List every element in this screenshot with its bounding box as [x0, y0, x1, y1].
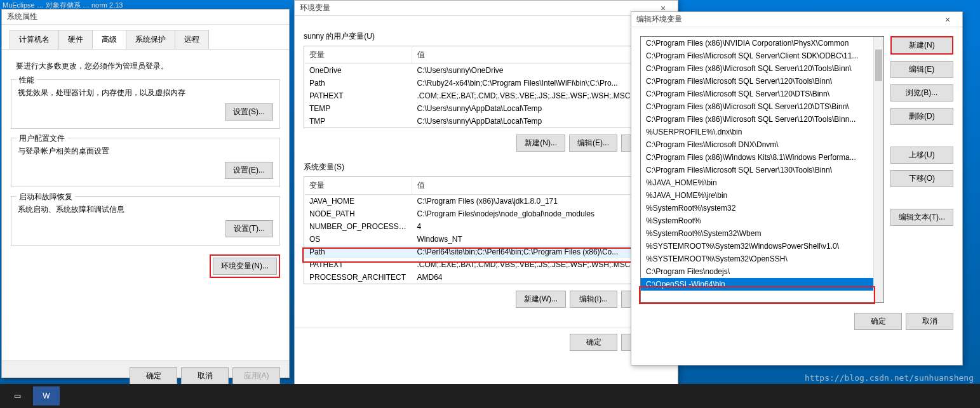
list-item[interactable]: %SystemRoot%\system32	[641, 202, 883, 214]
edit-ok-button[interactable]: 确定	[854, 313, 902, 330]
sysprop-titlebar: 系统属性	[2, 10, 289, 25]
list-item[interactable]: C:\Program Files\Microsoft SQL Server\12…	[641, 75, 883, 88]
sys-new-button[interactable]: 新建(W)...	[516, 291, 566, 308]
user-profiles-settings-button[interactable]: 设置(E)...	[225, 162, 273, 179]
performance-label: 性能	[17, 75, 37, 86]
startup-group: 启动和故障恢复 系统启动、系统故障和调试信息 设置(T)...	[11, 196, 280, 246]
new-button[interactable]: 新建(N)	[890, 36, 953, 55]
performance-text: 视觉效果，处理器计划，内存使用，以及虚拟内存	[18, 88, 273, 98]
list-item[interactable]: C:\Program Files\Microsoft SQL Server\12…	[641, 88, 883, 100]
cell-name: PATHEXT	[304, 258, 412, 271]
performance-settings-button[interactable]: 设置(S)...	[225, 103, 273, 121]
close-icon[interactable]: ×	[938, 15, 957, 25]
cell-value: C:\Users\sunny\AppData\Local\Temp	[412, 102, 669, 115]
taskbar-icon[interactable]: ▭	[4, 386, 30, 405]
table-row[interactable]: TEMPC:\Users\sunny\AppData\Local\Temp	[304, 102, 669, 115]
table-row[interactable]: NUMBER_OF_PROCESSORS4	[304, 220, 669, 233]
user-new-button[interactable]: 新建(N)...	[516, 135, 565, 152]
list-item[interactable]: %JAVA_HOME%\bin	[641, 176, 883, 189]
browse-button[interactable]: 浏览(B)...	[890, 84, 953, 102]
edit-text-button[interactable]: 编辑文本(T)...	[890, 209, 953, 226]
cell-value: AMD64	[412, 271, 669, 284]
sysprop-apply-button[interactable]: 应用(A)	[232, 367, 280, 385]
list-item[interactable]: %SYSTEMROOT%\System32\OpenSSH\	[641, 253, 883, 265]
edit-cancel-button[interactable]: 取消	[906, 313, 953, 330]
list-item[interactable]: C:\Program Files (x86)\Microsoft SQL Ser…	[641, 100, 883, 113]
table-row[interactable]: PROCESSOR_ARCHITECTAMD64	[304, 271, 669, 284]
edit-titlebar: 编辑环境变量 ×	[631, 12, 962, 27]
sysprop-title: 系统属性	[7, 11, 37, 22]
list-item[interactable]: C:\OpenSSL-Win64\bin	[641, 278, 883, 291]
cell-name: NUMBER_OF_PROCESSORS	[304, 220, 412, 233]
system-vars-table[interactable]: 变量值 JAVA_HOMEC:\Program Files (x86)\Java…	[304, 176, 669, 284]
cell-name: OneDrive	[304, 64, 412, 77]
table-row[interactable]: NODE_PATHC:\Program Files\nodejs\node_gl…	[304, 207, 669, 220]
taskbar-icon-word[interactable]: W	[33, 386, 60, 405]
edit-button[interactable]: 编辑(E)	[890, 61, 953, 78]
tab-system-protection[interactable]: 系统保护	[126, 30, 175, 49]
list-item[interactable]: %USERPROFILE%\.dnx\bin	[641, 126, 883, 138]
tab-advanced[interactable]: 高级	[92, 30, 126, 49]
col-name-sys[interactable]: 变量	[304, 177, 412, 195]
user-vars-table[interactable]: 变量值 OneDriveC:\Users\sunny\OneDrivePathC…	[304, 46, 669, 128]
edit-title: 编辑环境变量	[636, 14, 682, 25]
list-item[interactable]: %SystemRoot%\System32\Wbem	[641, 227, 883, 240]
cell-value: C:\Users\sunny\OneDrive	[412, 64, 669, 77]
list-item[interactable]: C:\Program Files\Microsoft SQL Server\13…	[641, 164, 883, 176]
scrollbar-thumb[interactable]	[875, 49, 882, 81]
user-edit-button[interactable]: 编辑(E)...	[569, 135, 617, 152]
scrollbar[interactable]	[873, 37, 883, 302]
sys-edit-button[interactable]: 编辑(I)...	[570, 291, 617, 308]
startup-settings-button[interactable]: 设置(T)...	[225, 220, 273, 237]
move-up-button[interactable]: 上移(U)	[890, 147, 953, 164]
startup-text: 系统启动、系统故障和调试信息	[18, 204, 273, 215]
table-row[interactable]: TMPC:\Users\sunny\AppData\Local\Temp	[304, 115, 669, 128]
table-row[interactable]: PathC:\Perl64\site\bin;C:\Perl64\bin;C:\…	[304, 246, 669, 258]
cell-value: .COM;.EXE;.BAT;.CMD;.VBS;.VBE;.JS;.JSE;.…	[412, 258, 669, 271]
system-properties-window: 系统属性 计算机名 硬件 高级 系统保护 远程 要进行大多数更改，您必须作为管理…	[1, 9, 290, 378]
cell-value: C:\Program Files (x86)\Java\jdk1.8.0_171	[412, 195, 669, 208]
sysprop-cancel-button[interactable]: 取消	[181, 367, 229, 385]
col-value-sys[interactable]: 值	[412, 177, 669, 195]
cell-value: .COM;.EXE;.BAT;.CMD;.VBS;.VBE;.JS;.JSE;.…	[412, 89, 669, 102]
list-item[interactable]: %JAVA_HOME%\jre\bin	[641, 189, 883, 202]
environment-variables-button[interactable]: 环境变量(N)...	[213, 258, 277, 275]
table-row[interactable]: OneDriveC:\Users\sunny\OneDrive	[304, 64, 669, 77]
list-item[interactable]: C:\Program Files (x86)\Microsoft SQL Ser…	[641, 113, 883, 126]
env-vars-window: 环境变量 × sunny 的用户变量(U) 变量值 OneDriveC:\Use…	[294, 0, 678, 406]
env-ok-button[interactable]: 确定	[570, 334, 617, 351]
tab-computer-name[interactable]: 计算机名	[10, 30, 59, 49]
list-item[interactable]: C:\Program Files (x86)\Microsoft SQL Ser…	[641, 62, 883, 75]
taskbar[interactable]: ▭ W	[0, 384, 980, 408]
move-down-button[interactable]: 下移(O)	[890, 170, 953, 187]
table-row[interactable]: PATHEXT.COM;.EXE;.BAT;.CMD;.VBS;.VBE;.JS…	[304, 258, 669, 271]
tab-remote[interactable]: 远程	[175, 30, 209, 49]
system-vars-label: 系统变量(S)	[304, 162, 669, 173]
env-buttons: 确定 取消	[295, 327, 678, 357]
tab-hardware[interactable]: 硬件	[58, 30, 93, 49]
table-row[interactable]: PathC:\Ruby24-x64\bin;C:\Program Files\I…	[304, 77, 669, 89]
cell-value: C:\Users\sunny\AppData\Local\Temp	[412, 115, 669, 128]
list-item[interactable]: C:\Program Files\Microsoft DNX\Dnvm\	[641, 138, 883, 151]
cell-name: PATHEXT	[304, 89, 412, 102]
edit-env-var-window: 编辑环境变量 × C:\Program Files (x86)\NVIDIA C…	[631, 11, 963, 365]
list-item[interactable]: %SystemRoot%	[641, 214, 883, 227]
table-row[interactable]: PATHEXT.COM;.EXE;.BAT;.CMD;.VBS;.VBE;.JS…	[304, 89, 669, 102]
cell-name: Path	[304, 77, 412, 89]
cell-value: C:\Program Files\nodejs\node_global\node…	[412, 207, 669, 220]
cell-name: NODE_PATH	[304, 207, 412, 220]
cell-value: C:\Perl64\site\bin;C:\Perl64\bin;C:\Prog…	[412, 246, 669, 258]
delete-button[interactable]: 删除(D)	[890, 108, 953, 125]
path-entries-list[interactable]: C:\Program Files (x86)\NVIDIA Corporatio…	[640, 36, 884, 303]
table-row[interactable]: JAVA_HOMEC:\Program Files (x86)\Java\jdk…	[304, 195, 669, 208]
list-item[interactable]: C:\Program Files (x86)\NVIDIA Corporatio…	[641, 37, 883, 49]
list-item[interactable]: C:\Program Files\nodejs\	[641, 265, 883, 278]
list-item[interactable]: C:\Program Files\Microsoft SQL Server\Cl…	[641, 49, 883, 62]
col-name[interactable]: 变量	[304, 46, 412, 64]
sysprop-ok-button[interactable]: 确定	[130, 367, 177, 385]
sysprop-tabs: 计算机名 硬件 高级 系统保护 远程	[2, 25, 289, 49]
table-row[interactable]: OSWindows_NT	[304, 233, 669, 246]
col-value[interactable]: 值	[412, 46, 669, 64]
list-item[interactable]: %SYSTEMROOT%\System32\WindowsPowerShell\…	[641, 240, 883, 253]
list-item[interactable]: C:\Program Files (x86)\Windows Kits\8.1\…	[641, 151, 883, 164]
